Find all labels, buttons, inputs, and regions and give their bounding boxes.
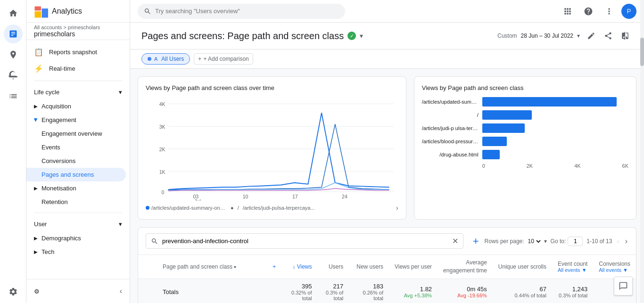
svg-text:10: 10 [243,194,248,199]
table-scroll-container: Page path and screen class ▾ + ↓ Views U… [138,255,636,303]
data-icon-btn[interactable] [4,87,23,106]
status-badge[interactable]: ✓ [347,32,356,40]
bar-fill-2 [482,123,525,133]
table-totals-row: Totals 395 0.32% of total 217 0.3% of to… [138,278,636,303]
reports-icon-btn[interactable] [4,25,23,43]
legend-next-icon[interactable]: › [396,204,398,212]
realtime-icon: ⚡ [34,64,43,73]
th-conversions[interactable]: Conversions All events ▼ [593,255,636,278]
scroll-track [640,0,644,303]
svg-text:2K: 2K [159,147,165,152]
bar-chart-title: Views by Page path and screen class [422,84,628,91]
add-comparison-btn[interactable]: + + Add comparison [194,53,253,65]
rows-select-chevron-icon: ▾ [544,238,547,245]
header-actions [584,28,633,43]
th-views-per-user[interactable]: Views per user [389,255,438,278]
monetisation-arrow-icon: ▶ [34,186,38,191]
totals-avg-engagement: 0m 45s Avg -19.66% [438,278,493,303]
nav-conversions[interactable]: Conversions [26,154,126,168]
totals-users: 217 0.3% of total [317,278,349,303]
lifecycle-section-header[interactable]: Life cycle ▾ [26,85,130,99]
compare-icon[interactable] [618,28,633,43]
prev-page-btn[interactable]: ‹ [616,236,620,246]
collapse-nav-btn[interactable]: ‹ [112,283,130,299]
top-bar: P [130,0,644,23]
share-icon[interactable] [601,28,616,43]
clear-search-icon[interactable]: ✕ [452,237,458,246]
totals-label: Totals [157,278,267,303]
svg-text:0: 0 [161,189,164,195]
lifecycle-chevron-icon: ▾ [119,89,122,96]
th-users[interactable]: Users [317,255,349,278]
page-title-row: Pages and screens: Page path and screen … [141,31,363,41]
next-page-btn[interactable]: › [624,236,628,246]
page-path-dropdown-icon[interactable]: ▾ [234,264,236,270]
table-search-icon [151,237,158,245]
rows-per-page-select[interactable]: 10 25 50 [526,237,542,245]
all-users-chip[interactable]: A All Users [141,53,190,65]
nav-engagement-header[interactable]: ▶ Engagement [26,113,130,127]
th-views[interactable]: ↓ Views [282,255,317,278]
apps-icon-btn[interactable] [559,3,576,20]
th-avg-engagement[interactable]: Average engagement time [438,255,493,278]
bar-fill-4 [482,150,500,159]
nav-tech[interactable]: ▶ Tech [26,245,130,259]
th-num [138,255,157,278]
home-icon-btn[interactable] [4,4,23,23]
edit-report-icon[interactable] [584,28,599,43]
calendar-chevron-icon[interactable]: ▾ [577,33,580,39]
nav-engagement-overview[interactable]: Engagement overview [26,127,126,140]
goto-input[interactable] [568,237,583,246]
charts-row: Views by Page path and screen class over… [130,69,644,227]
line-chart-container: 4K 3K 2K 1K 0 [146,97,398,202]
bar-row-4: /drug-abuse.html [422,150,628,159]
acquisition-arrow-icon: ▶ [34,104,38,109]
nav-demographics[interactable]: ▶ Demographics [26,231,130,245]
more-options-icon-btn[interactable] [601,3,618,20]
nav-settings[interactable]: ⚙ [26,284,51,299]
conversions-filter-link[interactable]: All events ▼ [599,267,630,273]
settings-icon-btn[interactable] [4,282,23,301]
th-event-count[interactable]: Event count All events ▼ [552,255,593,278]
th-page-path[interactable]: Page path and screen class ▾ [157,255,267,278]
legend-dot-sep: ● [231,205,234,211]
nav-pages-and-screens[interactable]: Pages and screens [26,168,126,181]
scroll-thumb [640,38,644,66]
nav-retention[interactable]: Retention [26,195,126,209]
account-name[interactable]: primescholars [34,30,122,38]
reports-snapshot-icon: 📋 [34,48,43,57]
date-range[interactable]: 28 Jun – 30 Jul 2022 [521,33,573,39]
alerts-icon-btn[interactable] [4,66,23,85]
th-unique-scrolls[interactable]: Unique user scrolls [493,255,552,278]
left-icon-bar [0,0,26,303]
explore-icon-btn[interactable] [4,45,23,64]
bar-track-1 [482,110,628,120]
page-dropdown-icon[interactable]: ▾ [360,32,363,40]
user-section-header[interactable]: User ▾ [26,217,130,231]
nav-monetisation[interactable]: ▶ Monetisation [26,181,130,195]
help-icon-btn[interactable] [580,3,597,20]
th-new-users[interactable]: New users [349,255,389,278]
chat-icon-btn[interactable] [614,277,633,295]
nav-reports-snapshot[interactable]: 📋 Reports snapshot [26,44,126,60]
bar-chart-card: Views by Page path and screen class /art… [414,76,636,220]
page-range: 1-10 of 13 [586,238,612,245]
bar-row-2: /articles/judi-p ulsa-terperca... [422,123,628,133]
user-avatar[interactable]: P [621,4,636,19]
add-column-btn[interactable]: + [473,235,479,247]
search-input[interactable] [155,8,339,15]
svg-rect-2 [35,6,41,10]
nav-realtime[interactable]: ⚡ Real-time [26,60,126,77]
bar-label-2: /articles/judi-p ulsa-terperca... [422,125,479,131]
nav-acquisition[interactable]: ▶ Acquisition [26,99,130,113]
nav-events[interactable]: Events [26,140,126,154]
event-count-filter-link[interactable]: All events ▼ [558,267,587,273]
settings-gear-icon: ⚙ [34,288,40,295]
search-icon [144,8,151,15]
bar-row-3: /articles/blood-pressure-for-... [422,137,628,146]
totals-event-count: 1,243 0.3% of total [552,278,593,303]
svg-text:Jul: Jul [194,198,200,201]
table-search-input[interactable] [162,237,448,245]
th-add-col[interactable]: + [267,255,282,278]
totals-new-users: 183 0.26% of total [349,278,389,303]
